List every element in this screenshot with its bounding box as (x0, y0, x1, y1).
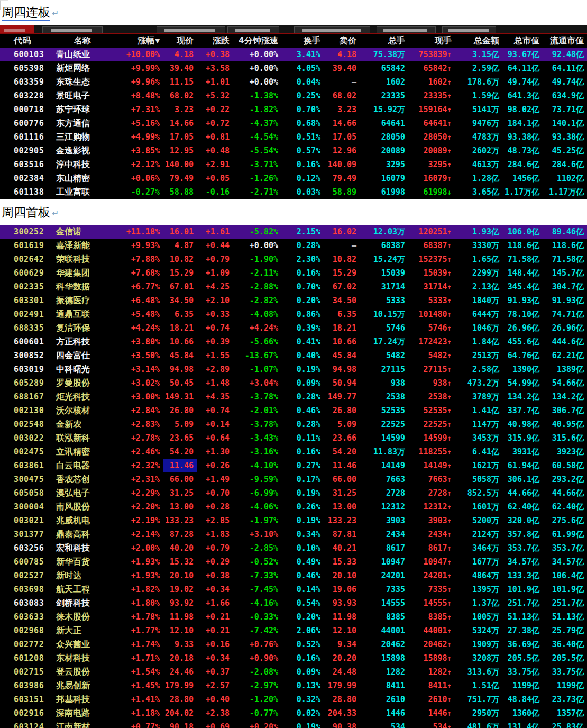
cell-change-pct: +9.96% (116, 75, 163, 89)
column-header-vol[interactable]: 总手 (360, 34, 408, 48)
stock-row-002130[interactable]: 002130沃尔核材+2.84%26.80+0.74-2.01%0.46%26.… (0, 404, 587, 417)
column-header-chg[interactable]: 涨跌 (197, 34, 233, 48)
stock-row-600103[interactable]: 600103青山纸业+10.00%4.18+0.38+0.00%3.41%4.1… (0, 48, 587, 61)
stock-row-603359[interactable]: 603359东珠生态+9.96%11.15+1.01+0.00%0.04%–16… (0, 75, 587, 89)
stock-row-002527[interactable]: 002527新时达+1.93%20.10+0.38-7.33%0.46%20.1… (0, 569, 587, 583)
cell-total-amount: 1909万 (455, 638, 502, 651)
tab-strip[interactable] (0, 25, 587, 34)
stock-row-603083[interactable]: 603083剑桥科技+1.80%93.92+1.66-4.16%0.54%93.… (0, 596, 587, 610)
cell-total-volume: 14599 (360, 431, 408, 445)
column-header-pct[interactable]: 涨幅▼ (116, 34, 163, 48)
stock-row-002491[interactable]: 002491通鼎互联+5.48%6.35+0.33-4.08%0.86%6.35… (0, 307, 587, 321)
cell-4min-speed: -6.99% (233, 486, 281, 500)
column-header-turn[interactable]: 换手 (281, 34, 324, 48)
column-header-name[interactable]: 名称 (49, 34, 116, 48)
cell-market-cap: 33.75亿 (502, 665, 543, 679)
stock-row-601208[interactable]: 601208东材科技+1.71%20.18+0.34+0.90%0.16%20.… (0, 651, 587, 665)
stock-row-603861[interactable]: 603861白云电器+2.32%11.46+0.26-4.10%0.27%11.… (0, 459, 587, 472)
stock-row-300252[interactable]: 300252金信诺+11.18%16.01+1.61-5.82%2.15%16.… (0, 225, 587, 239)
cell-code: 600629 (0, 266, 49, 280)
stock-row-002548[interactable]: 002548金新农+2.83%5.09+0.14-3.78%0.28%5.092… (0, 417, 587, 431)
stock-row-603228[interactable]: 603228景旺电子+8.48%68.02+5.32-1.38%0.25%68.… (0, 89, 587, 103)
stock-row-600785[interactable]: 600785新华百货+1.93%15.32+0.29-0.52%0.49%15.… (0, 555, 587, 569)
column-header-fcap[interactable]: 流通市值 (543, 34, 587, 48)
cell-total-volume: 14555 (360, 596, 408, 610)
cell-ask-price: 4.18 (324, 48, 360, 61)
stock-row-600629[interactable]: 600629华建集团+7.68%15.29+1.09-2.11%0.16%15.… (0, 266, 587, 280)
cell-total-volume: 5333 (360, 294, 408, 307)
cell-change-pct: +6.77% (116, 280, 163, 294)
column-header-code[interactable]: 代码 (0, 34, 49, 48)
stock-row-300852[interactable]: 300852四会富仕+3.50%45.84+1.55-13.67%0.40%45… (0, 349, 587, 362)
stock-row-603986[interactable]: 603986兆易创新+1.45%179.99+2.57-2.97%0.13%17… (0, 679, 587, 693)
stock-row-300004[interactable]: 300004南风股份+2.20%13.00+0.28-4.06%0.26%13.… (0, 500, 587, 514)
cell-4min-speed: -5.54% (233, 144, 281, 158)
cell-float-cap: 145.7亿 (543, 266, 587, 280)
column-header-ask[interactable]: 卖价 (324, 34, 360, 48)
stock-row-601619[interactable]: 601619嘉泽新能+9.93%4.87+0.44+0.00%0.28%–683… (0, 239, 587, 252)
cell-turnover: 0.11% (281, 431, 324, 445)
stock-row-003021[interactable]: 003021兆威机电+2.19%133.23+2.85-1.97%0.19%13… (0, 514, 587, 527)
stock-row-605289[interactable]: 605289罗曼股份+3.02%50.45+1.48+3.04%0.09%50.… (0, 376, 587, 390)
stock-row-601138[interactable]: 601138工业富联-0.27%58.88-0.16-2.71%0.03%58.… (0, 185, 587, 199)
stock-row-002968[interactable]: 002968新大正+1.77%12.10+0.21-7.42%2.06%12.1… (0, 624, 587, 638)
column-header-amt[interactable]: 总金额 (455, 34, 502, 48)
stock-row-688167[interactable]: 688167炬光科技+3.00%149.31+4.35-3.78%0.28%14… (0, 390, 587, 404)
cell-current-volume: 15039↑ (408, 266, 455, 280)
stock-row-688335[interactable]: 688335复洁环保+4.24%18.21+0.74+4.24%0.39%18.… (0, 321, 587, 335)
stock-row-603019[interactable]: 603019中科曙光+3.14%94.98+2.89-1.07%0.19%94.… (0, 362, 587, 376)
cell-turnover: 0.19% (281, 720, 324, 728)
cell-4min-speed: +0.00% (233, 48, 281, 61)
cell-code: 605289 (0, 376, 49, 390)
cell-code: 300852 (0, 349, 49, 362)
stock-row-002916[interactable]: 002916深南电路+1.18%204.02+2.38-0.77%0.02%20… (0, 706, 587, 720)
stock-row-600776[interactable]: 600776东方通信+5.16%14.66+0.72-4.37%0.68%14.… (0, 116, 587, 130)
cell-change: +0.74 (197, 404, 233, 417)
stock-row-603151[interactable]: 603151邦基科技+1.41%28.80+0.40-1.20%0.32%28.… (0, 693, 587, 706)
stock-row-603698[interactable]: 603698航天工程+1.82%19.02+0.34-7.45%0.14%19.… (0, 583, 587, 596)
stock-row-605058[interactable]: 605058澳弘电子+2.29%31.25+0.70-6.99%0.19%31.… (0, 486, 587, 500)
cell-total-volume: 15898 (360, 651, 408, 665)
stock-row-300475[interactable]: 300475香农芯创+2.31%66.00+1.49-9.59%0.17%66.… (0, 472, 587, 486)
cell-name: 登云股份 (49, 665, 116, 679)
cell-price: 133.23 (163, 514, 197, 527)
stock-row-605398[interactable]: 605398新炬网络+9.99%39.40+3.58+0.00%4.05%39.… (0, 61, 587, 75)
tab-active[interactable] (0, 25, 34, 33)
stock-row-601116[interactable]: 601116三江购物+4.99%17.05+0.81-4.54%0.51%17.… (0, 130, 587, 144)
cell-code: 600785 (0, 555, 49, 569)
cell-total-amount: 3330万 (455, 239, 502, 252)
cell-ask-price: 23.66 (324, 431, 360, 445)
cell-price: 11.98 (163, 610, 197, 624)
column-header-price[interactable]: 现价 (163, 34, 197, 48)
stock-row-603516[interactable]: 603516淳中科技+2.12%140.00+2.91-3.71%0.16%14… (0, 158, 587, 171)
stock-row-002715[interactable]: 002715登云股份+1.54%24.46+0.37-2.08%0.09%24.… (0, 665, 587, 679)
cell-float-cap: 64.11亿 (543, 61, 587, 75)
stock-row-002642[interactable]: 002642荣联科技+7.88%10.82+0.79-1.90%2.30%10.… (0, 252, 587, 266)
column-header-cap[interactable]: 总市值 (502, 34, 543, 48)
stock-row-603256[interactable]: 603256宏和科技+2.00%40.20+0.79-2.85%0.10%40.… (0, 541, 587, 555)
stock-row-603301[interactable]: 603301振德医疗+6.48%34.50+2.10-2.82%0.20%34.… (0, 294, 587, 307)
cell-turnover: 0.54% (281, 596, 324, 610)
stock-row-002772[interactable]: 002772众兴菌业+1.74%9.33+0.16+0.76%0.52%9.34… (0, 638, 587, 651)
stock-row-603633[interactable]: 603633徕木股份+1.78%11.98+0.21-0.33%0.20%11.… (0, 610, 587, 624)
stock-row-600601[interactable]: 600601方正科技+3.80%10.66+0.39-5.66%0.41%10.… (0, 335, 587, 349)
cell-ask-price: 18.21 (324, 321, 360, 335)
cell-total-volume: 17.24万 (360, 335, 408, 349)
stock-row-002335[interactable]: 002335科华数据+6.77%67.01+4.25-2.88%0.70%67.… (0, 280, 587, 294)
stock-row-002905[interactable]: 002905金逸影视+3.85%12.95+0.48-5.54%0.57%12.… (0, 144, 587, 158)
cell-total-volume: 5746 (360, 321, 408, 335)
cell-4min-speed: -2.97% (233, 679, 281, 693)
cell-turnover: 0.10% (281, 541, 324, 555)
stock-row-000718[interactable]: 000718苏宁环球+7.31%3.23+0.22-1.82%0.70%3.23… (0, 103, 587, 116)
stock-row-301377[interactable]: 301377鼎泰高科+2.14%87.28+1.83+3.10%0.34%87.… (0, 527, 587, 541)
stock-row-002475[interactable]: 002475立讯精密+2.46%54.20+1.30-3.16%0.16%54.… (0, 445, 587, 459)
stock-row-603124[interactable]: 603124江南新材+0.77%90.18+0.69+0.20%0.19%90.… (0, 720, 587, 728)
stock-row-002384[interactable]: 002384东山精密+0.06%79.49+0.05-1.26%0.12%79.… (0, 171, 587, 185)
cell-current-volume: 5482↑ (408, 349, 455, 362)
cell-name: 新时达 (49, 569, 116, 583)
stock-row-003022[interactable]: 003022联泓新科+2.78%23.65+0.64-3.43%0.11%23.… (0, 431, 587, 445)
cell-code: 603698 (0, 583, 49, 596)
column-header-speed[interactable]: 4分钟涨速 (233, 34, 281, 48)
column-header-cur[interactable]: 现手 (408, 34, 455, 48)
cell-float-cap: 92.48亿 (543, 48, 587, 61)
